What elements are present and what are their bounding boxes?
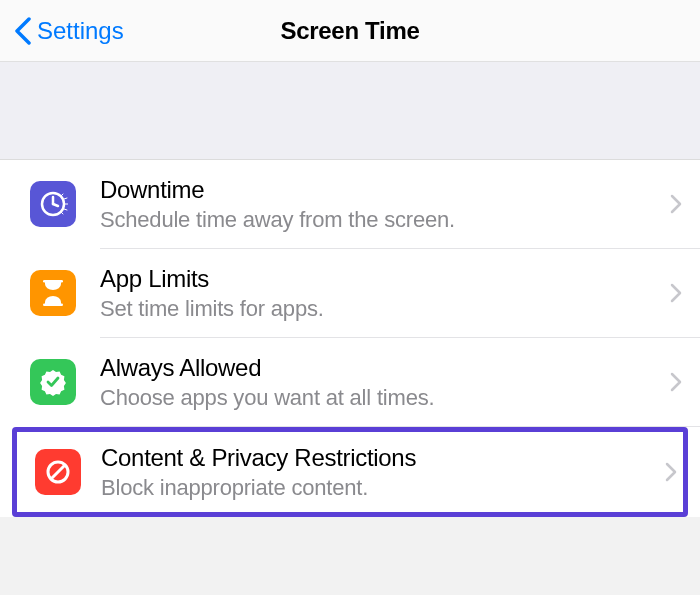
- svg-line-4: [64, 198, 67, 199]
- back-button[interactable]: Settings: [14, 17, 124, 45]
- row-title: App Limits: [100, 264, 658, 294]
- settings-list: Downtime Schedule time away from the scr…: [0, 160, 700, 517]
- row-content-privacy[interactable]: Content & Privacy Restrictions Block ina…: [12, 427, 688, 517]
- hourglass-icon: [30, 270, 76, 316]
- navigation-bar: Settings Screen Time: [0, 0, 700, 62]
- svg-line-7: [61, 212, 63, 214]
- downtime-icon: [30, 181, 76, 227]
- row-always-allowed[interactable]: Always Allowed Choose apps you want at a…: [0, 338, 700, 426]
- checkmark-seal-icon: [30, 359, 76, 405]
- row-app-limits[interactable]: App Limits Set time limits for apps.: [0, 249, 700, 337]
- chevron-right-icon: [670, 194, 682, 214]
- no-symbol-icon: [35, 449, 81, 495]
- svg-line-6: [64, 209, 67, 210]
- row-title: Content & Privacy Restrictions: [101, 443, 653, 473]
- svg-rect-9: [43, 304, 63, 307]
- chevron-left-icon: [14, 17, 31, 45]
- svg-rect-8: [43, 280, 63, 283]
- chevron-right-icon: [665, 462, 677, 482]
- page-title: Screen Time: [280, 17, 419, 45]
- back-label: Settings: [37, 17, 124, 45]
- row-downtime[interactable]: Downtime Schedule time away from the scr…: [0, 160, 700, 248]
- chevron-right-icon: [670, 372, 682, 392]
- svg-line-3: [61, 194, 63, 196]
- row-subtitle: Schedule time away from the screen.: [100, 207, 658, 233]
- row-subtitle: Set time limits for apps.: [100, 296, 658, 322]
- svg-line-2: [53, 204, 58, 206]
- row-subtitle: Block inappropriate content.: [101, 475, 653, 501]
- section-spacer: [0, 62, 700, 160]
- svg-line-11: [51, 465, 65, 479]
- row-subtitle: Choose apps you want at all times.: [100, 385, 658, 411]
- chevron-right-icon: [670, 283, 682, 303]
- row-title: Downtime: [100, 175, 658, 205]
- row-title: Always Allowed: [100, 353, 658, 383]
